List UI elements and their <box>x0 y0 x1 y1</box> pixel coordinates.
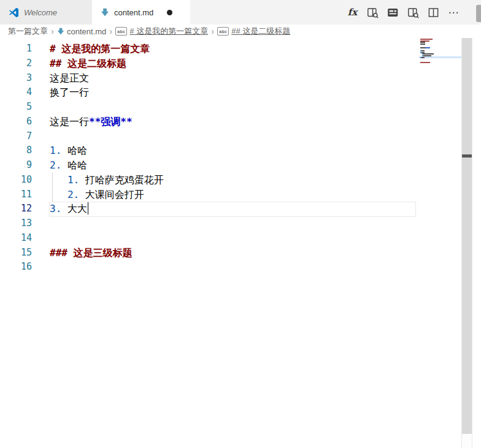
token-list: 2. <box>50 159 61 171</box>
minimap-line-mark <box>423 55 431 56</box>
token-heading: ## 这是二级标题 <box>50 58 126 69</box>
code-line[interactable]: 这是正文 <box>50 71 164 86</box>
line-number[interactable]: 10 <box>0 173 32 188</box>
line-number[interactable]: 7 <box>0 129 32 144</box>
code-line[interactable] <box>50 216 164 231</box>
scrollbar-thumb[interactable] <box>462 38 472 434</box>
code-line[interactable] <box>50 231 164 246</box>
code-line[interactable]: ## 这是二级标题 <box>50 56 164 71</box>
markdown-file-icon <box>57 28 64 35</box>
token-text: 换了一行 <box>50 86 89 98</box>
line-number[interactable]: 6 <box>0 115 32 129</box>
open-preview-side-icon[interactable] <box>363 0 383 25</box>
chevron-right-icon: › <box>208 26 217 37</box>
line-number[interactable]: 2 <box>0 56 32 71</box>
minimap-line-mark <box>420 44 425 45</box>
symbol-string-icon: abc <box>115 27 127 36</box>
minimap-line-mark <box>421 57 425 58</box>
token-list: 1. <box>50 145 61 156</box>
code-line[interactable] <box>50 129 164 144</box>
line-number[interactable]: 1 <box>0 42 32 56</box>
line-number[interactable]: 8 <box>0 143 32 158</box>
breadcrumb: 第一篇文章 › content.md › abc # 这是我的第一篇文章 › a… <box>0 25 481 38</box>
fx-icon[interactable]: fx <box>342 0 363 25</box>
open-locked-preview-side-icon[interactable] <box>403 0 423 25</box>
token-bold: **强调** <box>89 116 133 127</box>
vscode-logo-icon <box>9 7 19 18</box>
code-line[interactable] <box>50 260 164 275</box>
line-number-gutter: 12345678910111213141516 <box>0 42 32 275</box>
tab-content-md[interactable]: content.md <box>92 0 190 25</box>
minimap-line-mark <box>425 47 430 48</box>
minimap-line-mark <box>420 62 430 63</box>
token-text: 大课间会打开 <box>79 189 144 200</box>
minimap[interactable] <box>419 38 462 112</box>
chevron-right-icon: › <box>106 26 115 37</box>
token-text: 哈哈 <box>61 159 87 171</box>
vscode-editor-window: Welcome content.md fx <box>0 0 481 448</box>
code-line[interactable]: 这是一行**强调** <box>50 115 164 129</box>
line-number[interactable]: 5 <box>0 100 32 115</box>
breadcrumb-item-file[interactable]: content.md <box>57 27 106 36</box>
markdown-file-icon <box>101 8 109 17</box>
code-line[interactable]: 换了一行 <box>50 85 164 100</box>
minimap-line-mark <box>423 53 434 55</box>
minimap-line-mark <box>420 39 433 40</box>
symbol-string-icon: abc <box>217 27 229 36</box>
chevron-right-icon: › <box>48 26 57 37</box>
vertical-scrollbar[interactable] <box>461 38 472 448</box>
tab-bar: Welcome content.md fx <box>0 0 481 25</box>
window-edge-handle <box>476 5 481 22</box>
token-text: 打哈萨克鸡蛋花开 <box>79 174 164 186</box>
line-number[interactable]: 16 <box>0 260 32 275</box>
token-heading: ### 这是三级标题 <box>50 247 133 259</box>
tab-content-md-label: content.md <box>114 8 153 17</box>
line-number[interactable]: 4 <box>0 85 32 100</box>
code-line[interactable]: ### 这是三级标题 <box>50 246 164 260</box>
code-line[interactable]: 2. 大课间会打开 <box>50 188 164 202</box>
token-list: 2. <box>67 189 79 200</box>
tab-bar-spacer <box>190 0 342 25</box>
text-cursor <box>88 202 89 215</box>
line-number[interactable]: 15 <box>0 246 32 260</box>
token-text: 哈哈 <box>61 145 87 156</box>
minimap-current-line <box>419 56 462 58</box>
code-line[interactable]: 1. 哈哈 <box>50 143 164 158</box>
code-line[interactable]: 1. 打哈萨克鸡蛋花开 <box>50 173 164 188</box>
more-actions-icon[interactable]: ⋯ <box>444 0 464 25</box>
line-number[interactable]: 13 <box>0 216 32 231</box>
minimap-line-mark <box>420 42 425 43</box>
token-text: 这是正文 <box>50 72 89 84</box>
minimap-line-mark <box>420 40 429 42</box>
tab-welcome[interactable]: Welcome <box>0 0 92 25</box>
token-list: 1. <box>67 174 79 186</box>
code-line[interactable] <box>50 100 164 115</box>
code-line[interactable]: 3. 大大 <box>50 202 164 216</box>
line-number[interactable]: 12 <box>0 202 32 216</box>
line-number[interactable]: 14 <box>0 231 32 246</box>
breadcrumb-item-folder[interactable]: 第一篇文章 <box>8 26 48 37</box>
token-text <box>50 189 67 200</box>
minimap-line-mark <box>421 52 425 53</box>
minimap-line-mark <box>420 47 425 48</box>
open-preview-icon[interactable] <box>383 0 403 25</box>
line-number[interactable]: 9 <box>0 158 32 173</box>
breadcrumb-item-h2-symbol[interactable]: abc ## 这是二级标题 <box>217 26 290 37</box>
code-line[interactable]: # 这是我的第一篇文章 <box>50 42 164 56</box>
code-line[interactable]: 2. 哈哈 <box>50 158 164 173</box>
tab-welcome-label: Welcome <box>24 8 57 17</box>
token-list: 3. <box>50 203 61 215</box>
line-number[interactable]: 11 <box>0 188 32 202</box>
unsaved-changes-dot[interactable] <box>167 10 172 15</box>
code-content[interactable]: # 这是我的第一篇文章## 这是二级标题这是正文换了一行这是一行**强调**1.… <box>50 42 164 275</box>
editor-pane[interactable]: 12345678910111213141516 # 这是我的第一篇文章## 这是… <box>0 38 481 448</box>
minimap-line-mark <box>421 50 425 51</box>
breadcrumb-item-h1-symbol[interactable]: abc # 这是我的第一篇文章 <box>115 26 208 37</box>
split-editor-icon[interactable] <box>423 0 444 25</box>
token-text <box>50 174 67 186</box>
editor-actions: fx <box>342 0 481 25</box>
overview-ruler-cursor-mark <box>462 154 472 158</box>
line-number[interactable]: 3 <box>0 71 32 86</box>
token-heading: # 这是我的第一篇文章 <box>50 43 150 55</box>
token-text: 这是一行 <box>50 116 89 127</box>
